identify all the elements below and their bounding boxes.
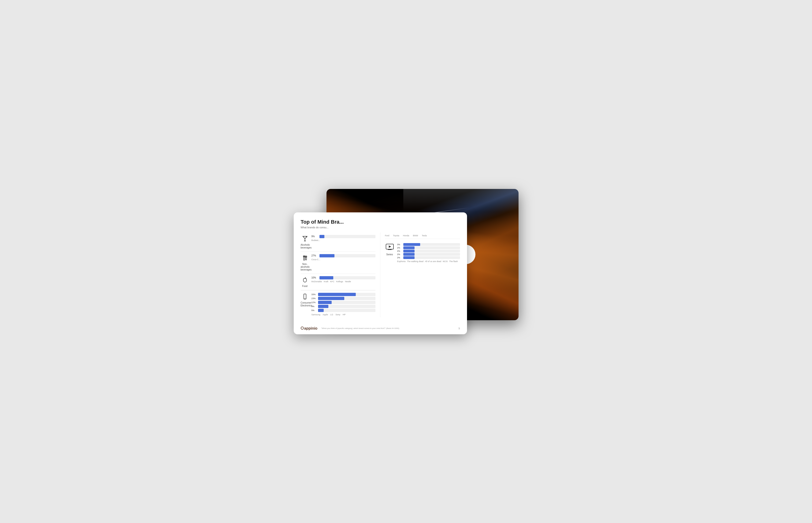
non-alcoholic-beverages-icon-group: Non-alcoholicbeverages: [301, 254, 309, 271]
left-panel: Alcoholicbeverages 9% Budwei...: [301, 233, 380, 318]
cocktail-icon: [302, 235, 308, 242]
sony-pct: 9%: [311, 305, 317, 308]
footer-page: 9: [458, 327, 460, 330]
series-inner: Series 3% 2%: [385, 241, 460, 265]
walking-dead-fill: [403, 246, 415, 249]
hp-fill: [318, 309, 324, 312]
multi-bars: 33% 23% 12%: [311, 293, 375, 316]
slide-footer: appinio "When you think of [specific cat…: [301, 326, 460, 330]
series-bar-row: 2%: [397, 250, 460, 252]
multi-bar-row: 9%: [311, 305, 375, 308]
series-bar-row: 2%: [397, 256, 460, 259]
scene: 16.03.2022, United States ppinio hype tr…: [294, 189, 518, 334]
series-section: Series 3% 2%: [385, 239, 460, 267]
multi-bar-track: [318, 297, 375, 300]
brand-kraft: Kraft: [324, 281, 328, 283]
series-label: Series: [385, 253, 394, 256]
consumer-electronics-section: ConsumerElectronics 33% 23%: [301, 290, 375, 316]
consumer-electronics-icon-group: ConsumerElectronics: [301, 293, 309, 307]
alcoholic-beverages-label: Alcoholicbeverages: [301, 244, 309, 249]
series-track: [403, 246, 460, 249]
non-alcoholic-beverages-section: Non-alcoholicbeverages 27% Coca-C...: [301, 252, 375, 274]
multi-bar-row: 23%: [311, 297, 375, 300]
series-icon-group: Series: [385, 243, 394, 256]
series-bar-row: 3%: [397, 243, 460, 246]
brand-nestle: Nestle: [345, 281, 351, 283]
sony-fill: [318, 305, 328, 308]
multi-bar-row: 12%: [311, 301, 375, 304]
bar-pct: 10%: [311, 276, 318, 279]
brand-ncis: NCIS: [443, 260, 448, 263]
walking-dead-pct: 2%: [397, 247, 402, 249]
automotive-section: Ford Toyota Honda BMW Tesla: [385, 233, 460, 239]
euphoria-pct: 3%: [397, 244, 402, 246]
bar-row: 10%: [311, 276, 375, 279]
bar-row: 27%: [311, 254, 375, 257]
ncis-fill: [403, 253, 415, 256]
bar-track: [319, 254, 375, 257]
series-track: [403, 256, 460, 259]
multi-bar-track: [318, 309, 375, 312]
food-brand-names: McDonalds Kraft KFC Kellogs Nestle: [311, 281, 375, 283]
brand-name: Budwei...: [311, 239, 320, 241]
brand-the-flash: The flash: [449, 260, 458, 263]
series-track: [403, 250, 460, 252]
samsung-fill: [318, 293, 356, 296]
brand-toyota: Toyota: [393, 234, 399, 237]
samsung-pct: 33%: [311, 293, 317, 295]
front-slide: Top of Mind Bra... What brands do consu.…: [294, 212, 467, 334]
brand-kellogs: Kellogs: [336, 281, 343, 283]
brand-names: Budwei...: [311, 239, 375, 241]
bar-track: [319, 276, 375, 279]
food-section: Food 10% McDonalds Kraft KFC: [301, 274, 375, 290]
multi-bar-row: 5%: [311, 309, 375, 312]
brand-names: Coca-C...: [311, 258, 375, 261]
brand-sony: Sony: [336, 313, 341, 316]
series-track: [403, 253, 460, 256]
brand-bmw: BMW: [413, 234, 418, 237]
alcoholic-beverages-section: Alcoholicbeverages 9% Budwei...: [301, 233, 375, 252]
multi-bar-track: [318, 305, 375, 308]
categories-grid: Alcoholicbeverages 9% Budwei...: [301, 233, 460, 318]
bar-pct: 9%: [311, 235, 318, 238]
brand-samsung: Samsung: [311, 313, 320, 316]
consumer-electronics-label: ConsumerElectronics: [301, 302, 309, 307]
slide-subtitle: What brands do consu...: [301, 226, 460, 229]
series-bars: 3% 2%: [397, 243, 460, 263]
bar-track: [319, 235, 375, 238]
slide-title: Top of Mind Bra...: [301, 219, 460, 225]
svg-marker-13: [389, 246, 391, 248]
multi-bar-track: [318, 293, 375, 296]
brand-tesla: Tesla: [422, 234, 427, 237]
lg-fill: [318, 301, 332, 304]
series-brand-names: Euphoria The walking dead All of us are …: [397, 260, 460, 263]
bar-row: 9%: [311, 235, 375, 238]
euphoria-fill: [403, 243, 420, 246]
brand-walking-dead: The walking dead: [407, 260, 424, 263]
non-alcoholic-beverages-label: Non-alcoholicbeverages: [301, 263, 309, 271]
bar-pct: 27%: [311, 254, 318, 257]
apple-icon: [302, 277, 308, 283]
brand-mcdonalds: McDonalds: [311, 281, 322, 283]
hp-pct: 5%: [311, 309, 317, 311]
tv-icon: [385, 243, 394, 252]
bar-fill: [319, 235, 325, 238]
brand-all-of-us: All of us are dead: [425, 260, 441, 263]
multi-bar-track: [318, 301, 375, 304]
brand-hp: HP: [343, 313, 346, 316]
series-bar-row: 2%: [397, 246, 460, 249]
bar-fill: [319, 254, 335, 257]
brand-kfc: KFC: [330, 281, 335, 283]
alcoholic-beverages-data: 9% Budwei...: [311, 235, 375, 241]
multi-bar-row: 33%: [311, 293, 375, 296]
brand-apple: Apple: [323, 313, 328, 316]
bar-fill: [319, 276, 334, 279]
footer-logo: appinio: [301, 326, 318, 330]
food-label: Food: [301, 285, 309, 288]
brand-ford: Ford: [385, 234, 390, 237]
series-track: [403, 243, 460, 246]
electronics-brand-names: Samsung Apple LG Sony HP: [311, 313, 375, 316]
right-panel: Ford Toyota Honda BMW Tesla: [380, 233, 460, 318]
apple-fill: [318, 297, 344, 300]
footer-logo-ring-icon: [301, 327, 304, 330]
